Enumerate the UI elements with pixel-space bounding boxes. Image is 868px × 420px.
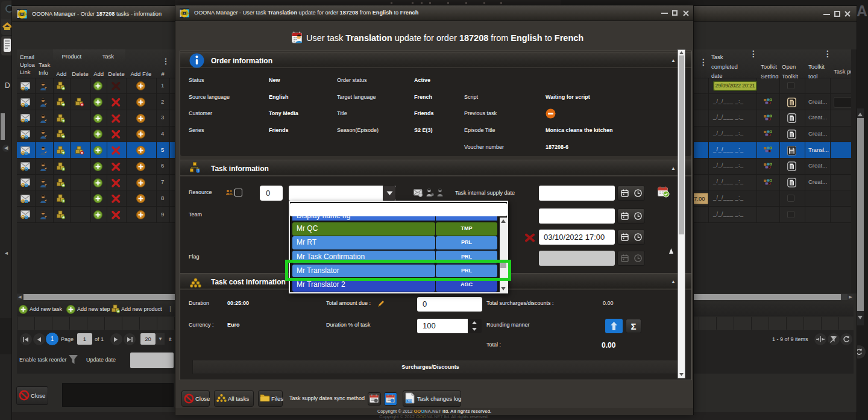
svg-text:LOG: LOG xyxy=(406,400,412,403)
